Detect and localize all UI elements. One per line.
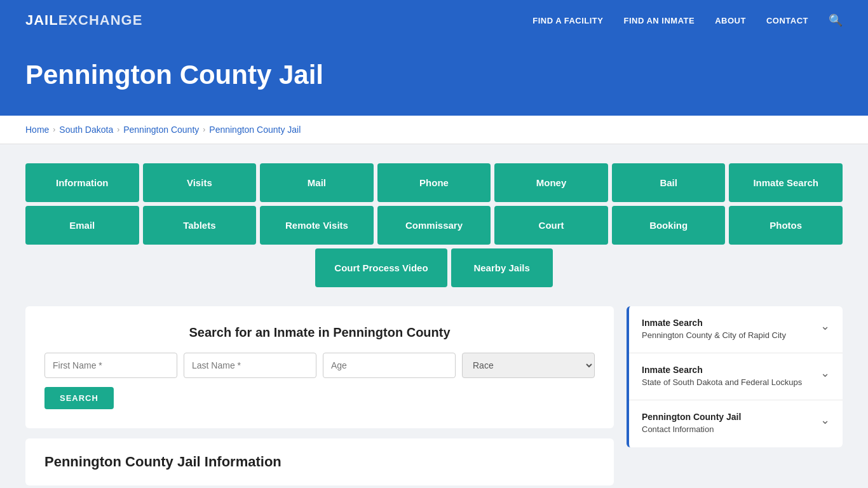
sidebar-item-inmate-search-1[interactable]: Inmate Search Pennington County & City o… [629, 306, 843, 353]
info-title: Pennington County Jail Information [44, 454, 595, 470]
last-name-input[interactable] [184, 353, 316, 378]
site-header: JAIL EXCHANGE FIND A FACILITY FIND AN IN… [0, 0, 868, 41]
btn-remote-visits[interactable]: Remote Visits [260, 206, 374, 245]
nav-find-facility[interactable]: FIND A FACILITY [532, 16, 603, 25]
btn-court[interactable]: Court [494, 206, 608, 245]
sidebar-chevron-2: ⌄ [820, 366, 830, 380]
sidebar-chevron-1: ⌄ [820, 319, 830, 333]
breadcrumb-bar: Home › South Dakota › Pennington County … [0, 116, 868, 144]
sidebar-item-subtitle-3: Contact Information [642, 424, 814, 435]
button-grid-row1: Information Visits Mail Phone Money Bail… [25, 163, 843, 202]
site-logo[interactable]: JAIL EXCHANGE [25, 12, 142, 29]
sidebar-card: Inmate Search Pennington County & City o… [627, 306, 843, 447]
sidebar-item-title-3: Pennington County Jail [642, 412, 814, 422]
logo-exchange-text: EXCHANGE [58, 12, 143, 29]
breadcrumb-sep-3: › [203, 125, 205, 134]
btn-tablets[interactable]: Tablets [143, 206, 257, 245]
main-nav: FIND A FACILITY FIND AN INMATE ABOUT CON… [532, 13, 843, 27]
breadcrumb-state[interactable]: South Dakota [59, 125, 113, 135]
nav-about[interactable]: ABOUT [715, 16, 746, 25]
button-grid-row3: Court Process Video Nearby Jails [25, 248, 843, 287]
search-title: Search for an Inmate in Pennington Count… [44, 325, 595, 340]
main-content: Information Visits Mail Phone Money Bail… [0, 144, 868, 488]
btn-bail[interactable]: Bail [612, 163, 726, 202]
btn-money[interactable]: Money [494, 163, 608, 202]
logo-jail-text: JAIL [25, 12, 58, 29]
btn-phone[interactable]: Phone [377, 163, 491, 202]
sidebar-chevron-3: ⌄ [820, 413, 830, 427]
sidebar-item-text-3: Pennington County Jail Contact Informati… [642, 412, 814, 435]
breadcrumb-home[interactable]: Home [25, 125, 49, 135]
header-search-icon[interactable]: 🔍 [829, 13, 843, 27]
hero-section: Pennington County Jail [0, 41, 868, 116]
btn-nearby-jails[interactable]: Nearby Jails [451, 248, 553, 287]
btn-photos[interactable]: Photos [729, 206, 843, 245]
search-inputs: Race White Black Hispanic Asian Other [44, 353, 595, 378]
btn-booking[interactable]: Booking [612, 206, 726, 245]
race-select[interactable]: Race White Black Hispanic Asian Other [462, 353, 595, 378]
age-input[interactable] [323, 353, 456, 378]
breadcrumb: Home › South Dakota › Pennington County … [25, 125, 843, 135]
breadcrumb-sep-2: › [117, 125, 119, 134]
btn-court-process-video[interactable]: Court Process Video [315, 248, 447, 287]
page-title: Pennington County Jail [25, 60, 843, 90]
btn-information[interactable]: Information [25, 163, 139, 202]
btn-commissary[interactable]: Commissary [377, 206, 491, 245]
nav-find-inmate[interactable]: FIND AN INMATE [623, 16, 695, 25]
sidebar-item-title-2: Inmate Search [642, 365, 814, 375]
nav-contact[interactable]: CONTACT [766, 16, 808, 25]
breadcrumb-jail[interactable]: Pennington County Jail [209, 125, 301, 135]
breadcrumb-county[interactable]: Pennington County [123, 125, 199, 135]
sidebar: Inmate Search Pennington County & City o… [627, 306, 843, 447]
sidebar-item-title-1: Inmate Search [642, 318, 814, 328]
sidebar-item-contact-info[interactable]: Pennington County Jail Contact Informati… [629, 400, 843, 447]
btn-mail[interactable]: Mail [260, 163, 374, 202]
breadcrumb-sep-1: › [53, 125, 55, 134]
sidebar-item-text-2: Inmate Search State of South Dakota and … [642, 365, 814, 388]
search-panel: Search for an Inmate in Pennington Count… [25, 306, 614, 428]
bottom-section: Search for an Inmate in Pennington Count… [25, 306, 843, 485]
left-column: Search for an Inmate in Pennington Count… [25, 306, 614, 485]
btn-visits[interactable]: Visits [143, 163, 257, 202]
sidebar-item-subtitle-1: Pennington County & City of Rapid City [642, 330, 814, 341]
sidebar-item-text-1: Inmate Search Pennington County & City o… [642, 318, 814, 341]
sidebar-item-inmate-search-2[interactable]: Inmate Search State of South Dakota and … [629, 353, 843, 400]
search-button[interactable]: SEARCH [44, 387, 114, 409]
sidebar-item-subtitle-2: State of South Dakota and Federal Lockup… [642, 377, 814, 388]
info-section: Pennington County Jail Information [25, 438, 614, 485]
first-name-input[interactable] [44, 353, 177, 378]
button-grid-row2: Email Tablets Remote Visits Commissary C… [25, 206, 843, 245]
btn-email[interactable]: Email [25, 206, 139, 245]
btn-inmate-search[interactable]: Inmate Search [729, 163, 843, 202]
